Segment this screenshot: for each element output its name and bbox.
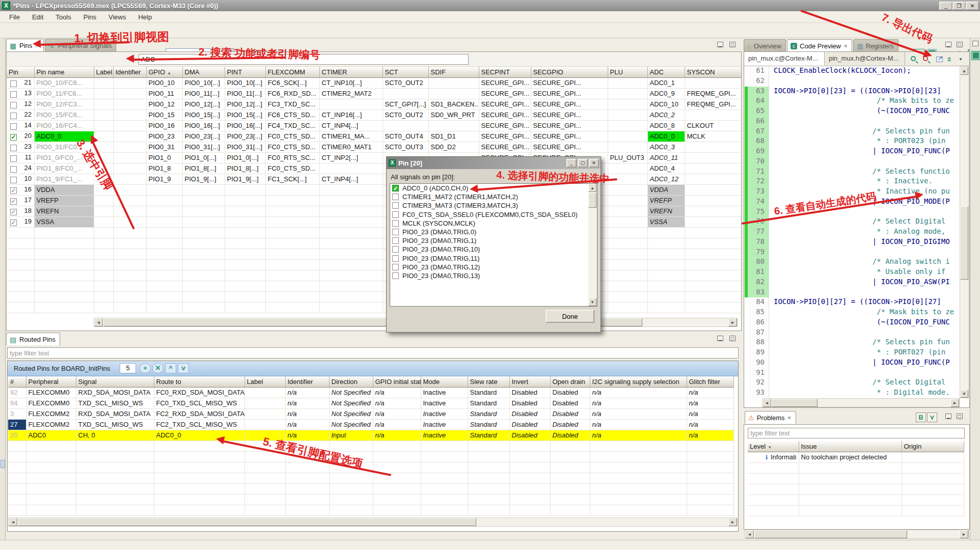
pin-name-cell[interactable]: VDDA	[34, 184, 94, 195]
pins-row-23[interactable]: ✓23PIO0_31/FC0...PIO0_31PIO0_31[...]PIO0…	[7, 142, 741, 152]
scroll-up-icon[interactable]: ▲	[960, 67, 968, 75]
checkbox-unchecked-icon[interactable]: ✓	[392, 202, 399, 209]
route-cell[interactable]: n/a	[285, 398, 329, 408]
signal-cell[interactable]: SD1_D1	[428, 131, 479, 142]
signal-cell[interactable]	[225, 184, 265, 195]
problem-level-cell[interactable]: iInformati	[748, 452, 799, 462]
signal-cell[interactable]: FC0_RTS_SC...	[265, 152, 319, 163]
pin-name-cell[interactable]: PIO0_10/FC6...	[34, 77, 94, 88]
signal-cell[interactable]: FC1_SCK[...]	[265, 174, 319, 184]
signal-cell[interactable]: SECURE_GPI...	[531, 99, 608, 109]
route-cell[interactable]: Standard	[468, 387, 509, 398]
pin-number-cell[interactable]: ✓14	[7, 120, 34, 131]
pin-name-cell[interactable]: PIO0_12/FC3...	[34, 99, 94, 109]
signal-option[interactable]: ✓CTIMER3_MAT3 (CTIMER3,MATCH,3)	[390, 201, 597, 210]
route-cell[interactable]: Inactive	[421, 387, 468, 398]
done-button[interactable]: Done	[546, 310, 594, 323]
route-cell[interactable]	[244, 419, 285, 430]
checkbox-unchecked-icon[interactable]: ✓	[392, 229, 399, 235]
route-cell[interactable]: TXD_SCL_MISO_WS	[76, 419, 154, 430]
signal-cell[interactable]: PIO1_0[...]	[182, 152, 225, 163]
signal-cell[interactable]: ADC0_10	[647, 99, 685, 109]
tab-problems[interactable]: ⚠ Problems ✕	[745, 411, 796, 424]
signal-cell[interactable]: SECURE_GPI...	[531, 120, 608, 131]
signal-cell[interactable]: PIO0_31[...]	[182, 142, 225, 152]
route-cell[interactable]: Standard	[468, 419, 509, 430]
signal-cell[interactable]	[182, 195, 225, 206]
signal-cell[interactable]: PIO0_23[...]	[182, 131, 225, 142]
signal-cell[interactable]: PIO0_12[...]	[225, 99, 265, 109]
routed-count-field[interactable]: 5	[120, 363, 136, 373]
route-cell[interactable]: FLEXCOMM0	[26, 398, 76, 408]
signal-cell[interactable]	[265, 206, 319, 216]
signal-cell[interactable]: ADC0_8	[647, 120, 685, 131]
problems-filter-input[interactable]	[748, 428, 965, 438]
signal-cell[interactable]: PIO0_11[...]	[182, 88, 225, 99]
signal-cell[interactable]	[383, 120, 428, 131]
route-number-cell[interactable]: 94	[8, 398, 26, 408]
signal-cell[interactable]	[265, 184, 319, 195]
signal-cell[interactable]: PIO0_31[...]	[225, 142, 265, 152]
delete-route-button[interactable]: ✕	[152, 363, 164, 373]
signal-cell[interactable]: SD1_BACKEN...	[428, 99, 479, 109]
signal-cell[interactable]: PIO1_9[...]	[225, 174, 265, 184]
signal-cell[interactable]: PIO0_23	[146, 131, 182, 142]
pins-col-pin[interactable]: Pin	[7, 67, 34, 77]
tab-overview[interactable]: ⌂ Overview	[744, 39, 786, 52]
signal-cell[interactable]: ADC0_1	[647, 77, 685, 88]
pin-name-cell[interactable]: PIO0_15/FC6...	[34, 109, 94, 120]
route-cell[interactable]: FC0_RXD_SDA_MOSI_DATA	[154, 387, 244, 398]
checkbox-unchecked-icon[interactable]: ✓	[10, 166, 17, 173]
signal-cell[interactable]	[608, 206, 647, 216]
signal-cell[interactable]: ADC0_3	[647, 142, 685, 152]
signal-cell[interactable]	[608, 120, 647, 131]
routed-maximize-icon[interactable]: ▢	[729, 336, 736, 341]
signal-option[interactable]: ✓PIO0_23 (DMA0,TRIG,10)	[390, 245, 597, 254]
signal-cell[interactable]: ADC0_0	[647, 131, 685, 142]
checkbox-checked-icon[interactable]: ✓	[10, 209, 17, 215]
signal-option[interactable]: ✓PIO0_23 (DMA0,TRIG,11)	[390, 254, 597, 263]
signal-cell[interactable]	[608, 195, 647, 206]
problem-row[interactable]: iInformatiNo toolchain project detected	[748, 452, 964, 462]
signal-cell[interactable]: ADC0_11	[647, 152, 685, 163]
route-cell[interactable]: n/a	[590, 387, 687, 398]
route-cell[interactable]: Standard	[468, 408, 509, 419]
tab-close-icon[interactable]: ✕	[843, 43, 848, 49]
route-cell[interactable]: Inactive	[421, 408, 468, 419]
signal-cell[interactable]: PIO0_16[...]	[225, 120, 265, 131]
tab-routed-pins[interactable]: ▤ Routed Pins	[6, 333, 60, 345]
problem-origin-cell[interactable]	[902, 452, 964, 462]
route-cell[interactable]: n/a	[687, 408, 733, 419]
identifier-cell[interactable]	[113, 142, 146, 152]
signal-cell[interactable]	[608, 99, 647, 109]
scroll-thumb[interactable]	[18, 518, 476, 526]
route-cell[interactable]: Inactive	[421, 419, 468, 430]
pins-col-pin name[interactable]: Pin name	[34, 67, 94, 77]
checkbox-unchecked-icon[interactable]: ✓	[392, 220, 399, 227]
menu-file[interactable]: File	[3, 12, 26, 22]
route-cell[interactable]: Not Specified	[329, 398, 373, 408]
pins-row-18[interactable]: ✓18VREFNVREFN	[7, 206, 741, 216]
signal-cell[interactable]	[146, 184, 182, 195]
scroll-left-icon[interactable]: ◄	[745, 530, 754, 538]
signal-cell[interactable]: MCLK	[685, 131, 741, 142]
route-cell[interactable]: Disabled	[509, 430, 550, 441]
pins-col-flexcomm[interactable]: FLEXCOMM	[265, 67, 319, 77]
routed-minimize-icon[interactable]: ▁	[717, 336, 723, 341]
signal-cell[interactable]: SECURE_GPI...	[531, 109, 608, 120]
signal-cell[interactable]: FREQME_GPI...	[685, 99, 741, 109]
route-cell[interactable]: FC2_RXD_SDA_MOSI_DATA	[154, 408, 244, 419]
restore-button[interactable]: ❐	[952, 2, 966, 10]
pins-row-21[interactable]: ✓21PIO0_10/FC6...PIO0_10PIO0_10[...]PIO0…	[7, 77, 741, 88]
signal-cell[interactable]: SECURE_GPI...	[479, 120, 531, 131]
pin-number-cell[interactable]: ✓23	[7, 142, 34, 152]
route-cell[interactable]: n/a	[687, 430, 733, 441]
signal-cell[interactable]: SCT0_OUT3	[383, 142, 428, 152]
route-cell[interactable]: FC2_TXD_SCL_MISO_WS	[154, 419, 244, 430]
signal-cell[interactable]: PIO0_15[...]	[225, 109, 265, 120]
route-cell[interactable]: FLEXCOMM0	[26, 387, 76, 398]
pins-col-sct[interactable]: SCT	[383, 67, 428, 77]
pins-row-12[interactable]: ✓12PIO0_12/FC3...PIO0_12PIO0_12[...]PIO0…	[7, 99, 741, 109]
signal-cell[interactable]	[265, 216, 319, 227]
signal-option[interactable]: ✓CTIMER1_MAT2 (CTIMER1,MATCH,2)	[390, 193, 597, 201]
